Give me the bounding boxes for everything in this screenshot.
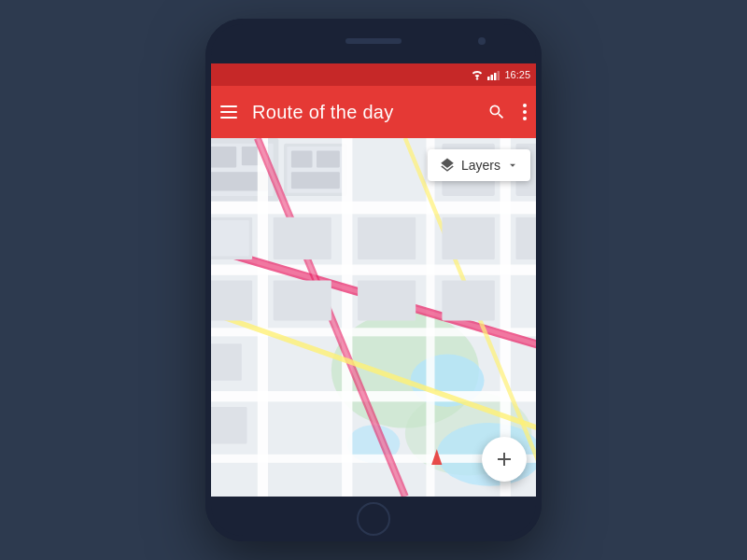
svg-rect-48 [515, 217, 542, 259]
map-view: Layers [205, 138, 542, 497]
svg-rect-41 [274, 217, 331, 259]
phone-screen: 16:25 Route of the day [205, 19, 542, 541]
top-bezel [205, 19, 542, 63]
svg-rect-39 [205, 343, 242, 381]
hamburger-menu-icon[interactable] [220, 105, 237, 119]
svg-rect-20 [291, 172, 340, 189]
plus-icon [493, 448, 515, 470]
front-camera [478, 37, 486, 45]
svg-rect-13 [205, 147, 236, 168]
svg-rect-38 [205, 280, 252, 320]
svg-rect-49 [442, 280, 494, 320]
chevron-down-icon [506, 159, 519, 172]
bottom-bezel [205, 497, 542, 541]
svg-rect-18 [291, 151, 313, 168]
layers-icon [439, 157, 456, 174]
search-icon[interactable] [486, 101, 508, 123]
phone-device: 16:25 Route of the day [205, 19, 542, 541]
signal-icon [487, 70, 500, 80]
app-bar: Route of the day [205, 86, 542, 138]
svg-rect-42 [274, 280, 331, 320]
home-button[interactable] [357, 502, 390, 536]
status-icons: 16:25 [471, 69, 530, 80]
svg-rect-19 [317, 151, 340, 168]
status-bar: 16:25 [205, 63, 542, 86]
speaker [345, 38, 402, 44]
svg-rect-2 [494, 73, 497, 80]
svg-rect-1 [491, 75, 494, 80]
svg-rect-0 [487, 77, 490, 80]
svg-rect-47 [442, 217, 494, 259]
fab-button[interactable] [482, 437, 527, 482]
page-title: Route of the day [252, 102, 471, 123]
svg-rect-24 [205, 391, 542, 401]
svg-rect-22 [205, 265, 542, 275]
svg-rect-21 [205, 202, 542, 215]
time-display: 16:25 [504, 69, 530, 80]
svg-rect-44 [358, 280, 416, 320]
wifi-icon [471, 70, 484, 80]
svg-rect-37 [205, 220, 249, 256]
svg-rect-3 [498, 71, 500, 80]
more-options-icon[interactable] [523, 104, 527, 120]
layers-label: Layers [461, 158, 500, 173]
svg-rect-27 [342, 138, 352, 497]
svg-rect-40 [205, 407, 247, 444]
svg-rect-26 [258, 138, 268, 497]
svg-rect-43 [358, 217, 416, 259]
layers-button[interactable]: Layers [428, 149, 530, 181]
